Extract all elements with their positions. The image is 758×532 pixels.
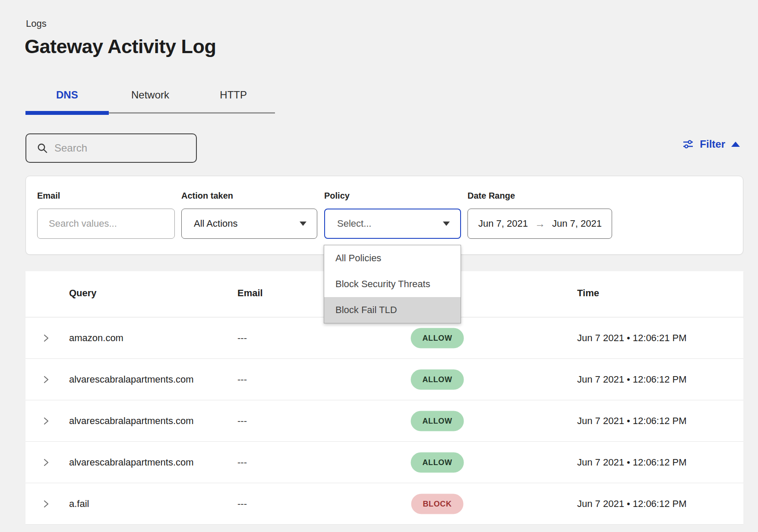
table-row: amazon.com --- ALLOW Jun 7 2021 • 12:06:…	[25, 317, 743, 359]
action-status-badge: ALLOW	[411, 369, 464, 390]
table-row: alvarescabralapartments.com --- ALLOW Ju…	[25, 400, 743, 442]
query-cell: alvarescabralapartments.com	[69, 457, 194, 468]
date-range-end: Jun 7, 2021	[552, 218, 602, 229]
filter-panel: Email Action taken All Actions Policy Se…	[25, 176, 743, 255]
email-cell: ---	[237, 498, 247, 510]
chevron-down-icon	[443, 222, 450, 226]
query-cell: a.fail	[69, 498, 89, 510]
query-cell: alvarescabralapartments.com	[69, 415, 194, 427]
email-cell: ---	[237, 374, 247, 385]
query-cell: alvarescabralapartments.com	[69, 374, 194, 385]
email-cell: ---	[237, 415, 247, 427]
email-cell: ---	[237, 457, 247, 468]
tab-network[interactable]: Network	[109, 86, 192, 112]
action-status-badge: ALLOW	[411, 411, 464, 431]
column-header-email: Email	[237, 288, 263, 299]
date-range-picker[interactable]: Jun 7, 2021 → Jun 7, 2021	[467, 209, 612, 239]
filter-toggle-button[interactable]: Filter	[682, 138, 740, 150]
action-status-badge: BLOCK	[411, 494, 464, 514]
time-cell: Jun 7 2021 • 12:06:12 PM	[577, 498, 687, 510]
email-cell: ---	[237, 332, 247, 344]
policy-option-block-security-threats[interactable]: Block Security Threats	[324, 271, 461, 297]
breadcrumb[interactable]: Logs	[26, 18, 47, 29]
tab-dns[interactable]: DNS	[25, 86, 109, 112]
page-title: Gateway Activity Log	[25, 35, 216, 58]
time-cell: Jun 7 2021 • 12:06:12 PM	[577, 374, 687, 385]
tab-http[interactable]: HTTP	[192, 86, 275, 112]
action-status-badge: ALLOW	[411, 452, 464, 472]
chevron-down-icon	[300, 222, 306, 226]
policy-filter-label: Policy	[324, 191, 461, 201]
search-icon	[37, 142, 48, 154]
tab-underline	[25, 112, 275, 114]
filter-sliders-icon	[682, 139, 694, 150]
action-select[interactable]: All Actions	[181, 209, 317, 239]
policy-select-value: Select...	[337, 218, 371, 229]
arrow-right-icon: →	[535, 218, 545, 230]
expand-row-chevron-icon[interactable]	[42, 457, 52, 468]
expand-row-chevron-icon[interactable]	[42, 499, 52, 509]
time-cell: Jun 7 2021 • 12:06:12 PM	[577, 415, 687, 427]
email-filter-label: Email	[37, 191, 175, 201]
policy-dropdown-menu: All Policies Block Security Threats Bloc…	[324, 245, 461, 323]
table-row: alvarescabralapartments.com --- ALLOW Ju…	[25, 442, 743, 483]
expand-row-chevron-icon[interactable]	[42, 333, 52, 343]
search-box[interactable]	[25, 133, 197, 163]
active-tab-indicator	[25, 111, 109, 115]
action-filter-label: Action taken	[181, 191, 317, 201]
email-filter-input[interactable]	[49, 218, 161, 229]
date-range-label: Date Range	[467, 191, 612, 201]
action-select-value: All Actions	[194, 218, 238, 229]
table-row: a.fail --- BLOCK Jun 7 2021 • 12:06:12 P…	[25, 483, 743, 525]
query-cell: amazon.com	[69, 332, 123, 344]
time-cell: Jun 7 2021 • 12:06:21 PM	[577, 332, 687, 344]
table-row: alvarescabralapartments.com --- ALLOW Ju…	[25, 359, 743, 400]
filter-label: Filter	[700, 138, 725, 150]
action-status-badge: ALLOW	[411, 328, 464, 348]
tab-bar: DNS Network HTTP	[25, 86, 275, 114]
policy-option-block-fail-tld[interactable]: Block Fail TLD	[324, 297, 461, 323]
search-input[interactable]	[54, 142, 184, 154]
email-filter-input-wrap	[37, 209, 175, 239]
time-cell: Jun 7 2021 • 12:06:12 PM	[577, 457, 687, 468]
expand-row-chevron-icon[interactable]	[42, 416, 52, 426]
column-header-query: Query	[69, 288, 97, 299]
chevron-up-icon	[731, 142, 740, 147]
expand-row-chevron-icon[interactable]	[42, 374, 52, 385]
date-range-start: Jun 7, 2021	[478, 218, 528, 229]
gateway-activity-log-page: Logs Gateway Activity Log DNS Network HT…	[0, 0, 758, 532]
column-header-time: Time	[577, 288, 599, 299]
policy-select[interactable]: Select...	[324, 209, 461, 239]
policy-option-all-policies[interactable]: All Policies	[324, 245, 461, 271]
